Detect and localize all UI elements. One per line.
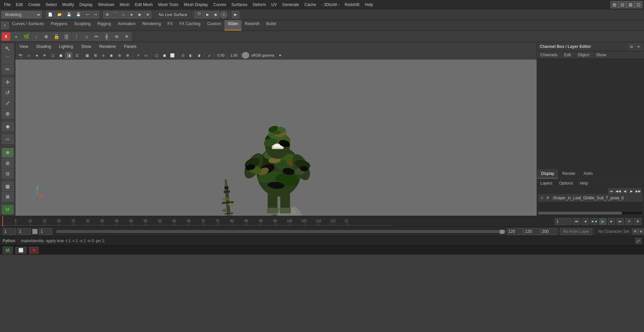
vp-shade-button[interactable]: ◨ [65,52,72,59]
vp-color-btn[interactable] [242,52,249,59]
redo-button[interactable]: ↪ [92,11,99,18]
move-tool-button[interactable]: ✛ [2,77,14,87]
no-anim-layer-button[interactable]: No Anim Layer [560,228,593,235]
tab-xgen[interactable]: XGen [224,20,241,30]
render-settings-button[interactable]: 🎬 [195,11,203,18]
checker-button[interactable]: ⊠ [2,192,14,202]
soft-select-button[interactable]: ◉ [2,122,14,131]
menu-uv[interactable]: UV [269,2,280,8]
snap-to-live-button[interactable]: ◉ [136,11,143,18]
show-last-button[interactable]: ⊟ [2,169,14,178]
layer-item-1[interactable]: V P /Sniper_in_Leaf_Ghillie_Suit_T_pose_… [538,194,643,202]
shelf-guide-icon[interactable]: ⋮ [72,32,81,41]
panel-close-button[interactable]: ✕ [635,44,641,50]
ipr-button[interactable]: ◉ [212,11,219,18]
tab-sculpting[interactable]: Sculpting [71,20,94,30]
vp-menu-shading[interactable]: Shading [34,44,53,50]
layout-icon-4[interactable]: ⊡ [635,1,643,8]
maya-taskbar-item[interactable]: M [3,247,13,254]
vp-grid-btn[interactable]: ▦ [84,52,91,59]
vp-color-dropdown[interactable]: ▼ [276,52,284,59]
anim-end-input[interactable]: 120 [524,228,540,235]
layout-icon-3[interactable]: ⊠ [627,1,635,8]
layer-scrollbar-thumb[interactable] [538,212,622,214]
vp-menu-panels[interactable]: Panels [122,44,139,50]
panel-float-button[interactable]: ⧉ [629,44,635,50]
undo-button[interactable]: ↩ [84,11,91,18]
shelf-pin-icon[interactable]: ⊕ [42,32,51,41]
viewport[interactable]: View Shading Lighting Show Renderer Pane… [15,42,537,216]
layer-nav-4[interactable]: ▶ [629,188,635,194]
edit-tab[interactable]: Edit [561,51,575,59]
shelf-xgen-icon[interactable]: X [1,32,11,41]
tab-collapse-button[interactable]: ≡ [1,22,9,29]
layer-nav-5[interactable]: ▶▶ [635,188,641,194]
rotate-tool-button[interactable]: ↺ [2,88,14,97]
tab-rigging[interactable]: Rigging [94,20,114,30]
no-live-surface-button[interactable]: No Live Surface [156,11,190,18]
menu-generate[interactable]: Generate [279,2,302,8]
menu-mesh-tools[interactable]: Mesh Tools [156,2,181,8]
menu-mesh[interactable]: Mesh [117,2,132,8]
tab-redshift[interactable]: Redshift [241,20,263,30]
shelf-x2-icon[interactable]: ✕ [122,32,131,41]
shelf-strand-icon[interactable]: ||| [62,32,71,41]
vp-menu-lighting[interactable]: Lighting [57,44,75,50]
shelf-leaf-icon[interactable]: 🌿 [21,32,31,41]
anim-tab[interactable]: Anim [580,169,597,179]
lasso-tool-button[interactable]: ⌒ [2,54,14,64]
options-tab[interactable]: Options [557,180,575,186]
grid-button[interactable]: ▦ [2,181,14,191]
menu-3dtoa[interactable]: - 3DtoAll - [319,2,342,8]
layer-nav-2[interactable]: ◀◀ [615,188,621,194]
help-tab[interactable]: Help [578,180,590,186]
show-hide-button[interactable]: ⊕ [2,148,14,157]
layers-tab[interactable]: Layers [538,180,554,186]
vp-frame-button[interactable]: ▭ [25,52,32,59]
vp-shadow-btn[interactable]: ⊕ [124,52,131,59]
vp-menu-view[interactable]: View [17,44,30,50]
menu-select[interactable]: Select [43,2,59,8]
window-restore-button[interactable]: ⬜ [15,247,26,254]
snap-to-grid-button[interactable]: ⊞ [103,11,111,18]
jump-to-end-button[interactable]: ⏭ [616,218,624,225]
shelf-sphere-icon[interactable]: ● [11,32,21,41]
scale-tool-button[interactable]: ⤢ [2,98,14,108]
anim-max-input[interactable]: 200 [540,228,557,235]
frame-start-input[interactable]: 1 [17,228,31,235]
layer-nav-1[interactable]: ⏮ [608,188,614,194]
menu-edit[interactable]: Edit [13,2,25,8]
isolate-button[interactable]: ⊞ [2,158,14,168]
vp-light-button[interactable]: ⊡ [73,52,80,59]
range-end-handle[interactable] [500,230,504,234]
tab-rendering[interactable]: Rendering [139,20,164,30]
render-button[interactable]: ▶ [204,11,211,18]
vp-snap2-btn[interactable]: ◼ [161,52,168,59]
mode-selector[interactable]: Modeling [1,11,42,18]
vp-menu-show[interactable]: Show [79,44,93,50]
play-forward-button[interactable]: ▶ [599,218,606,225]
vp-wire2-button[interactable]: ◼ [57,52,64,59]
vp-hide-button[interactable]: 👁 [41,52,48,59]
vp-ss-btn[interactable]: ◉ [108,52,115,59]
menu-cache[interactable]: Cache [302,2,319,8]
rect-select-button[interactable]: ▭ [2,134,14,144]
range-end-input[interactable] [507,228,524,235]
new-scene-button[interactable]: 📄 [46,11,55,18]
shelf-brush2-icon[interactable]: ✏ [92,32,101,41]
menu-edit-mesh[interactable]: Edit Mesh [132,2,155,8]
jump-to-start-button[interactable]: ⏮ [573,218,580,225]
char-set-options-button[interactable]: ⚙ [632,228,638,235]
menu-file[interactable]: File [1,2,13,8]
tab-fx-caching[interactable]: FX Caching [176,20,204,30]
vp-prev-btn[interactable]: ↙ [206,52,213,59]
menu-create[interactable]: Create [25,2,43,8]
tab-bullet[interactable]: Bullet [263,20,280,30]
vp-xray-btn[interactable]: ⊙ [179,52,186,59]
tab-animation[interactable]: Animation [114,20,139,30]
save-scene-button[interactable]: 💾 [65,11,73,18]
vp-motion-trail-btn[interactable]: ↗ [134,52,142,59]
vp-ao-btn[interactable]: ⊛ [116,52,123,59]
menu-redshift[interactable]: Redshift [342,2,362,8]
shelf-arrow-icon[interactable]: ↓ [32,32,41,41]
